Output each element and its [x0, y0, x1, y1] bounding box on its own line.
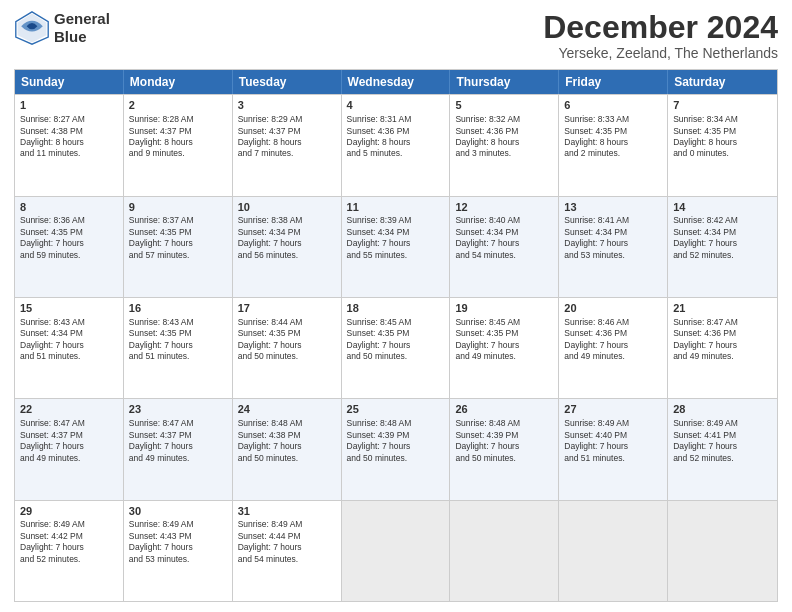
- empty-cell: [450, 501, 559, 601]
- day-number: 6: [564, 98, 662, 113]
- day-info-line: Sunrise: 8:48 AM: [238, 418, 336, 429]
- day-header-sunday: Sunday: [15, 70, 124, 94]
- empty-cell: [342, 501, 451, 601]
- day-info-line: Sunrise: 8:45 AM: [347, 317, 445, 328]
- day-info-line: Daylight: 8 hours: [347, 137, 445, 148]
- day-info-line: Sunrise: 8:47 AM: [673, 317, 772, 328]
- calendar-body: 1Sunrise: 8:27 AMSunset: 4:38 PMDaylight…: [15, 94, 777, 601]
- day-info-line: Daylight: 7 hours: [347, 441, 445, 452]
- day-number: 28: [673, 402, 772, 417]
- day-info-line: Sunset: 4:34 PM: [238, 227, 336, 238]
- day-cell-18: 18Sunrise: 8:45 AMSunset: 4:35 PMDayligh…: [342, 298, 451, 398]
- day-cell-24: 24Sunrise: 8:48 AMSunset: 4:38 PMDayligh…: [233, 399, 342, 499]
- day-info-line: and 5 minutes.: [347, 148, 445, 159]
- day-number: 11: [347, 200, 445, 215]
- day-info-line: Sunrise: 8:39 AM: [347, 215, 445, 226]
- day-info-line: Sunrise: 8:44 AM: [238, 317, 336, 328]
- day-number: 2: [129, 98, 227, 113]
- day-cell-23: 23Sunrise: 8:47 AMSunset: 4:37 PMDayligh…: [124, 399, 233, 499]
- day-info-line: Sunset: 4:37 PM: [129, 126, 227, 137]
- day-info-line: and 52 minutes.: [20, 554, 118, 565]
- subtitle: Yerseke, Zeeland, The Netherlands: [543, 45, 778, 61]
- day-number: 8: [20, 200, 118, 215]
- day-info-line: and 52 minutes.: [673, 250, 772, 261]
- day-number: 22: [20, 402, 118, 417]
- day-info-line: and 56 minutes.: [238, 250, 336, 261]
- day-number: 4: [347, 98, 445, 113]
- day-info-line: Sunset: 4:42 PM: [20, 531, 118, 542]
- logo: General Blue: [14, 10, 110, 46]
- day-cell-10: 10Sunrise: 8:38 AMSunset: 4:34 PMDayligh…: [233, 197, 342, 297]
- logo-text: General Blue: [54, 10, 110, 46]
- day-number: 13: [564, 200, 662, 215]
- week-row-5: 29Sunrise: 8:49 AMSunset: 4:42 PMDayligh…: [15, 500, 777, 601]
- day-number: 1: [20, 98, 118, 113]
- day-info-line: Sunrise: 8:45 AM: [455, 317, 553, 328]
- day-info-line: and 59 minutes.: [20, 250, 118, 261]
- day-cell-4: 4Sunrise: 8:31 AMSunset: 4:36 PMDaylight…: [342, 95, 451, 195]
- day-number: 5: [455, 98, 553, 113]
- day-info-line: Sunrise: 8:29 AM: [238, 114, 336, 125]
- day-info-line: and 49 minutes.: [455, 351, 553, 362]
- empty-cell: [559, 501, 668, 601]
- day-info-line: and 52 minutes.: [673, 453, 772, 464]
- title-block: December 2024 Yerseke, Zeeland, The Neth…: [543, 10, 778, 61]
- day-info-line: and 51 minutes.: [129, 351, 227, 362]
- day-info-line: Daylight: 7 hours: [129, 542, 227, 553]
- day-info-line: Sunset: 4:34 PM: [673, 227, 772, 238]
- day-cell-20: 20Sunrise: 8:46 AMSunset: 4:36 PMDayligh…: [559, 298, 668, 398]
- day-number: 27: [564, 402, 662, 417]
- day-number: 17: [238, 301, 336, 316]
- day-info-line: and 50 minutes.: [238, 453, 336, 464]
- day-info-line: Sunrise: 8:43 AM: [20, 317, 118, 328]
- day-info-line: Daylight: 8 hours: [238, 137, 336, 148]
- day-info-line: Sunset: 4:35 PM: [129, 227, 227, 238]
- day-info-line: Sunrise: 8:38 AM: [238, 215, 336, 226]
- day-info-line: and 7 minutes.: [238, 148, 336, 159]
- day-info-line: and 53 minutes.: [129, 554, 227, 565]
- day-info-line: Sunset: 4:44 PM: [238, 531, 336, 542]
- week-row-4: 22Sunrise: 8:47 AMSunset: 4:37 PMDayligh…: [15, 398, 777, 499]
- day-info-line: Sunrise: 8:48 AM: [455, 418, 553, 429]
- day-header-friday: Friday: [559, 70, 668, 94]
- day-info-line: and 50 minutes.: [455, 453, 553, 464]
- day-cell-31: 31Sunrise: 8:49 AMSunset: 4:44 PMDayligh…: [233, 501, 342, 601]
- day-info-line: Sunset: 4:40 PM: [564, 430, 662, 441]
- day-number: 29: [20, 504, 118, 519]
- day-cell-1: 1Sunrise: 8:27 AMSunset: 4:38 PMDaylight…: [15, 95, 124, 195]
- day-info-line: Sunrise: 8:47 AM: [129, 418, 227, 429]
- day-info-line: Sunrise: 8:49 AM: [673, 418, 772, 429]
- day-info-line: Sunset: 4:35 PM: [20, 227, 118, 238]
- day-cell-12: 12Sunrise: 8:40 AMSunset: 4:34 PMDayligh…: [450, 197, 559, 297]
- day-info-line: Sunrise: 8:47 AM: [20, 418, 118, 429]
- day-info-line: Sunset: 4:43 PM: [129, 531, 227, 542]
- day-info-line: and 57 minutes.: [129, 250, 227, 261]
- day-info-line: and 50 minutes.: [347, 453, 445, 464]
- day-info-line: Sunrise: 8:27 AM: [20, 114, 118, 125]
- day-info-line: Sunset: 4:37 PM: [238, 126, 336, 137]
- day-info-line: and 2 minutes.: [564, 148, 662, 159]
- day-info-line: Sunrise: 8:46 AM: [564, 317, 662, 328]
- day-info-line: Daylight: 7 hours: [129, 238, 227, 249]
- week-row-1: 1Sunrise: 8:27 AMSunset: 4:38 PMDaylight…: [15, 94, 777, 195]
- day-info-line: Daylight: 7 hours: [564, 441, 662, 452]
- day-number: 18: [347, 301, 445, 316]
- day-info-line: Sunset: 4:34 PM: [347, 227, 445, 238]
- day-info-line: Sunset: 4:36 PM: [347, 126, 445, 137]
- day-info-line: Sunset: 4:35 PM: [238, 328, 336, 339]
- day-cell-2: 2Sunrise: 8:28 AMSunset: 4:37 PMDaylight…: [124, 95, 233, 195]
- day-info-line: Daylight: 7 hours: [673, 238, 772, 249]
- page: General Blue December 2024 Yerseke, Zeel…: [0, 0, 792, 612]
- day-number: 14: [673, 200, 772, 215]
- day-info-line: Sunset: 4:38 PM: [20, 126, 118, 137]
- day-number: 20: [564, 301, 662, 316]
- day-info-line: Daylight: 7 hours: [673, 340, 772, 351]
- day-number: 12: [455, 200, 553, 215]
- day-number: 7: [673, 98, 772, 113]
- day-cell-13: 13Sunrise: 8:41 AMSunset: 4:34 PMDayligh…: [559, 197, 668, 297]
- day-info-line: Sunset: 4:39 PM: [455, 430, 553, 441]
- day-info-line: Daylight: 7 hours: [129, 441, 227, 452]
- day-cell-28: 28Sunrise: 8:49 AMSunset: 4:41 PMDayligh…: [668, 399, 777, 499]
- day-info-line: Sunset: 4:34 PM: [455, 227, 553, 238]
- day-cell-16: 16Sunrise: 8:43 AMSunset: 4:35 PMDayligh…: [124, 298, 233, 398]
